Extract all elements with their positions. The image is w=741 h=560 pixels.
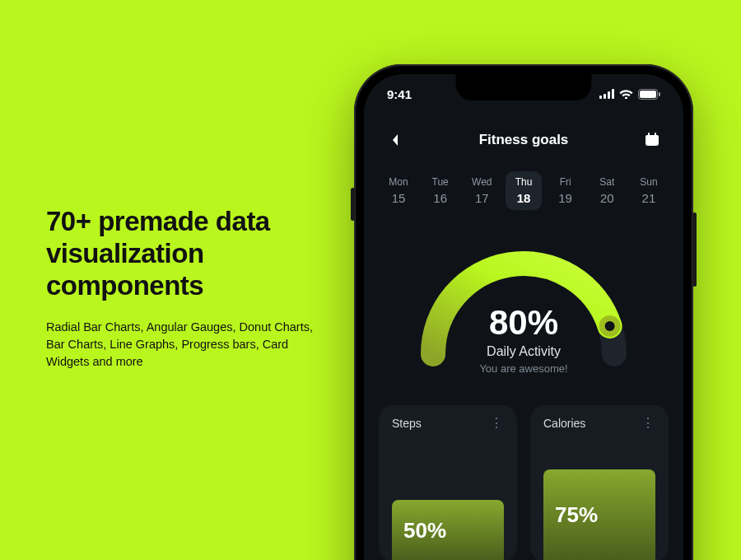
gauge-title: Daily Activity [364, 344, 683, 359]
marketing-block: 70+ premade data visualization component… [46, 206, 326, 371]
svg-rect-8 [645, 135, 659, 138]
day-number: 21 [631, 191, 667, 205]
day-number: 17 [464, 191, 500, 205]
card-title: Steps [392, 417, 422, 430]
page-title: Fitness goals [479, 132, 569, 148]
activity-gauge: 80% Daily Activity You are awesome! [364, 231, 683, 366]
day-wed[interactable]: Wed 17 [464, 171, 500, 210]
day-label: Thu [506, 176, 542, 188]
day-fri[interactable]: Fri 19 [548, 171, 584, 210]
day-label: Sat [589, 176, 625, 188]
phone-notch [456, 74, 592, 100]
marketing-subtext: Radial Bar Charts, Angular Gauges, Donut… [46, 319, 326, 371]
card-header: Steps ⋮ [392, 417, 504, 430]
card-menu-button[interactable]: ⋮ [490, 417, 504, 430]
day-tue[interactable]: Tue 16 [422, 171, 459, 210]
svg-rect-5 [640, 91, 656, 98]
dots-vertical-icon: ⋮ [641, 416, 655, 430]
gauge-subtitle: You are awesome! [364, 362, 683, 375]
card-menu-button[interactable]: ⋮ [641, 417, 655, 430]
day-thu[interactable]: Thu 18 [506, 171, 542, 210]
svg-rect-2 [608, 91, 610, 99]
calories-percent: 75% [555, 502, 598, 528]
day-label: Fri [548, 176, 584, 188]
steps-bar: 50% [392, 500, 504, 560]
day-label: Wed [464, 176, 500, 188]
battery-icon [638, 89, 660, 100]
svg-rect-0 [599, 96, 602, 99]
svg-rect-1 [604, 94, 606, 99]
day-label: Mon [380, 176, 417, 188]
day-selector: Mon 15 Tue 16 Wed 17 Thu 18 Fri 19 Sat 2… [364, 171, 683, 210]
calendar-button[interactable] [641, 128, 664, 152]
day-number: 16 [422, 191, 459, 205]
day-sat[interactable]: Sat 20 [589, 171, 625, 210]
day-number: 20 [589, 191, 625, 205]
svg-rect-6 [659, 92, 660, 96]
phone-screen: 9:41 Fitness goals [364, 74, 683, 560]
status-right [599, 89, 660, 100]
svg-rect-3 [612, 89, 614, 99]
gauge-labels: 80% Daily Activity You are awesome! [364, 303, 683, 375]
card-header: Calories ⋮ [543, 417, 655, 430]
back-icon [390, 133, 400, 147]
svg-rect-10 [655, 133, 656, 137]
calories-card[interactable]: Calories ⋮ 75% [530, 405, 669, 560]
steps-percent: 50% [403, 518, 446, 544]
wifi-icon [619, 89, 633, 99]
day-sun[interactable]: Sun 21 [631, 171, 667, 210]
phone-frame: 9:41 Fitness goals [354, 64, 693, 560]
card-title: Calories [543, 417, 585, 430]
day-number: 19 [548, 191, 584, 205]
stat-cards: Steps ⋮ 50% Calories ⋮ 75% [379, 405, 669, 560]
dots-vertical-icon: ⋮ [490, 416, 504, 430]
calendar-icon [645, 133, 659, 147]
svg-rect-9 [648, 133, 650, 137]
steps-card[interactable]: Steps ⋮ 50% [379, 405, 517, 560]
day-label: Tue [422, 176, 459, 188]
calories-bar: 75% [543, 469, 655, 561]
marketing-headline: 70+ premade data visualization component… [46, 206, 326, 302]
day-number: 18 [506, 191, 542, 205]
gauge-percent: 80% [364, 303, 683, 343]
day-number: 15 [380, 191, 417, 205]
status-time: 9:41 [387, 87, 412, 101]
phone-side-button [692, 212, 697, 287]
app-header: Fitness goals [364, 120, 683, 160]
back-button[interactable] [384, 128, 407, 152]
day-label: Sun [631, 176, 667, 188]
phone-side-button [351, 188, 355, 221]
day-mon[interactable]: Mon 15 [380, 171, 417, 210]
cellular-signal-icon [599, 89, 614, 99]
